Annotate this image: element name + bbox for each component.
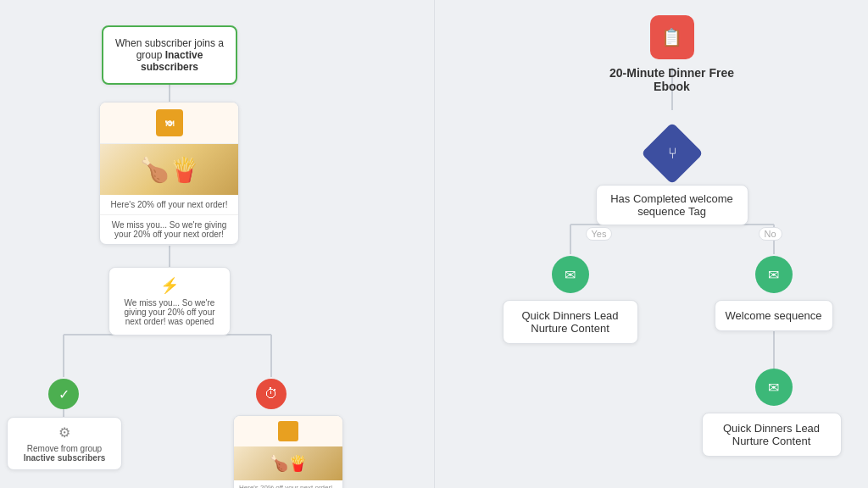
partial-preview-card[interactable]: 🍗🍟 Here's 20% off your next order! — [233, 415, 343, 488]
bottom-sequence-label: Quick Dinners Lead Nurture Content — [702, 413, 842, 457]
bottom-sequence-icon[interactable]: ✉ — [755, 369, 793, 406]
partial-header — [234, 416, 342, 446]
partial-image: 🍗🍟 — [234, 446, 342, 480]
yes-label: Yes — [586, 227, 613, 241]
condition-text: We miss you... So we're giving your 20% … — [118, 298, 221, 326]
food-icon: 🍗🍟 — [140, 156, 199, 184]
condition-label: Has Completed welcome sequence Tag — [596, 185, 748, 225]
ebook-icon[interactable]: 📋 — [650, 15, 694, 59]
trigger-text: When subscriber joins a group Inactive s… — [115, 37, 224, 73]
left-panel: When subscriber joins a group Inactive s… — [0, 0, 435, 488]
left-sequence-label: Quick Dinners Lead Nurture Content — [503, 300, 638, 344]
email-icon-bottom: ✉ — [768, 380, 779, 396]
ebook-label: 20-Minute Dinner Free Ebook — [596, 66, 748, 93]
email-icon-left: ✉ — [565, 267, 576, 283]
action-circle-red[interactable]: ⏱ — [256, 379, 287, 409]
email-food-image: 🍗🍟 — [100, 144, 238, 195]
action-circle-green[interactable]: ✓ — [48, 379, 79, 409]
remove-text: Remove from group Inactive subscribers — [14, 444, 114, 463]
right-sequence-label: Welcome sequence — [715, 300, 833, 331]
remove-group-node[interactable]: ⚙ Remove from group Inactive subscribers — [7, 417, 122, 470]
condition-node-left[interactable]: ⚡ We miss you... So we're giving your 20… — [108, 267, 231, 336]
email-preview-card[interactable]: 🍽 🍗🍟 Here's 20% off your next order! We … — [99, 102, 239, 245]
right-sequence-icon[interactable]: ✉ — [755, 256, 793, 293]
email-icon-right: ✉ — [768, 267, 779, 283]
right-panel: 📋 20-Minute Dinner Free Ebook ⑂ Has Comp… — [435, 0, 869, 488]
trigger-node[interactable]: When subscriber joins a group Inactive s… — [102, 25, 237, 85]
email-promo-text: Here's 20% off your next order! — [100, 195, 238, 215]
partial-text: Here's 20% off your next order! — [234, 480, 342, 488]
partial-logo — [278, 421, 298, 441]
diamond-icon: ⑂ — [667, 145, 676, 163]
condition-diamond: ⑂ — [641, 122, 704, 185]
ebook-icon-symbol: 📋 — [661, 27, 682, 47]
email-header: 🍽 — [100, 103, 238, 144]
email-body-text: We miss you... So we're giving your 20% … — [100, 215, 238, 244]
condition-icon: ⚡ — [118, 276, 221, 295]
condition-diamond-wrapper[interactable]: ⑂ — [650, 131, 694, 175]
remove-icon: ⚙ — [14, 424, 114, 441]
brand-logo: 🍽 — [156, 109, 183, 136]
no-label: No — [759, 227, 782, 241]
left-sequence-icon[interactable]: ✉ — [552, 256, 589, 293]
